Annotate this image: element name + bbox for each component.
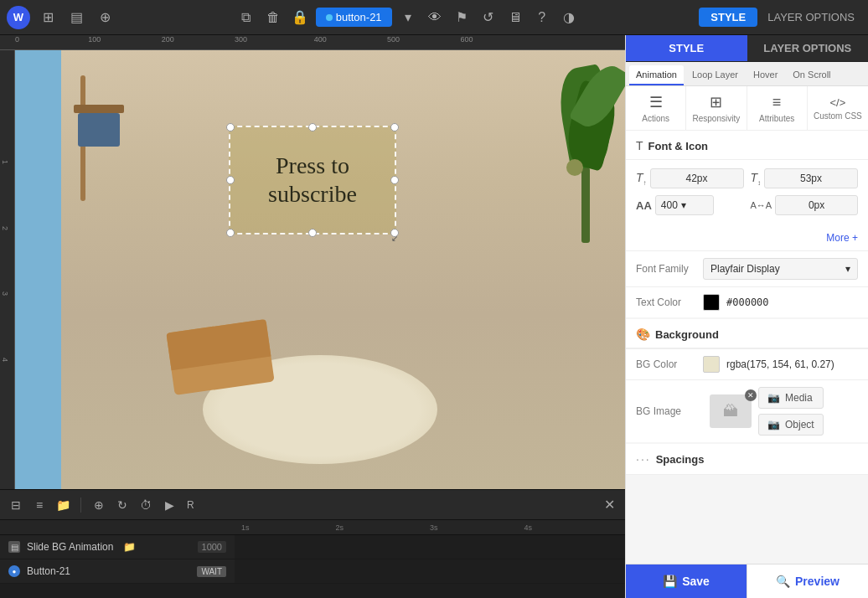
background-icon: 🎨 [636,327,650,341]
layer-options-tab-button[interactable]: LAYER OPTIONS [761,8,861,27]
panel-top-tabs: STYLE LAYER OPTIONS [626,35,868,62]
topbar-left: W ⊞ ▤ ⊕ [7,6,116,29]
media-button[interactable]: 📷 Media [758,387,824,409]
layer-options-tab[interactable]: LAYER OPTIONS [747,35,869,61]
canvas-blue-side [15,50,61,489]
font-icon-title: Font & Icon [648,140,709,152]
preview-icon: 🔍 [776,575,790,588]
timeline-layer-button21[interactable]: ● Button-21 WAIT [0,559,235,584]
canvas-wrapper: 1 2 3 4 [0,50,625,489]
on-scroll-tab[interactable]: On Scroll [786,65,837,85]
active-indicator [326,14,333,21]
responsivity-button[interactable]: ⊞ Responsivity [686,86,747,130]
layers-icon[interactable]: ▤ [65,7,87,28]
contrast-icon[interactable]: ◑ [558,7,580,28]
font-family-select[interactable]: Playfair Display ▾ [703,258,858,280]
actions-button[interactable]: ☰ Actions [626,86,686,130]
animation-tab[interactable]: Animation [629,65,684,85]
timeline-labels: ▤ Slide BG Animation 📁 1000 ● Button-21 … [0,535,235,584]
line-height-input[interactable] [764,168,858,188]
add-icon[interactable]: ⊕ [94,7,116,28]
resize-handle-mr[interactable] [390,176,399,184]
timeline-content[interactable] [235,535,625,584]
canvas[interactable]: ↙ Press to subscribe [15,50,625,489]
layer-value: 1000 [198,541,226,553]
bg-image-close-icon[interactable]: ✕ [745,389,757,401]
preview-label: Preview [795,575,840,588]
timeline-toolbar: ⊟ ≡ 📁 ⊕ ↻ ⏱ ▶ R ✕ [0,490,625,520]
custom-css-label: Custom CSS [814,111,862,121]
text-color-label: Text Color [636,296,703,308]
resize-handle-bm[interactable] [308,229,317,237]
text-color-value: #000000 [726,296,769,308]
object-icon: 📷 [767,419,780,430]
resize-handle-tr[interactable] [390,123,399,131]
timeline-tracks: ▤ Slide BG Animation 📁 1000 ● Button-21 … [0,535,625,584]
speed-label: R [183,499,198,511]
more-link[interactable]: More + [826,232,858,244]
wp-logo-icon[interactable]: W [7,6,30,29]
panel-icon-row: ☰ Actions ⊞ Responsivity ≡ Attributes </… [626,86,868,131]
spacings-title: Spacings [656,453,705,466]
play-icon[interactable]: ▶ [160,496,178,514]
style-tab[interactable]: STYLE [626,35,747,61]
button-element[interactable]: ↙ Press to subscribe [229,126,396,235]
resize-handle-tl[interactable] [226,123,235,131]
object-button[interactable]: 📷 Object [758,414,824,436]
topbar-center: ⧉ 🗑 🔒 button-21 ▾ 👁 ⚑ ↺ 🖥 ? ◑ [122,7,692,28]
layers-panel-icon[interactable]: ⊟ [7,496,25,514]
loop-icon[interactable]: ↻ [113,496,132,514]
text-color-row: Text Color #000000 [626,286,868,317]
grid-icon[interactable]: ⊞ [37,7,59,28]
delete-icon[interactable]: 🗑 [262,7,284,28]
desktop-icon[interactable]: 🖥 [504,7,526,28]
save-label: Save [682,575,710,588]
image-placeholder-icon: 🏔 [723,403,738,420]
text-color-swatch[interactable] [703,294,720,311]
flag-icon[interactable]: ⚑ [451,7,473,28]
button-text: Press to subscribe [230,145,395,214]
save-button[interactable]: 💾 Save [626,564,747,598]
bg-image-row: BG Image ✕ 🏔 📷 Media 📷 Object [626,379,868,442]
loop-layer-tab[interactable]: Loop Layer [685,65,745,85]
timeline-layer-slide-bg[interactable]: ▤ Slide BG Animation 📁 1000 [0,535,235,559]
preview-button[interactable]: 🔍 Preview [747,564,868,598]
font-weight-dropdown[interactable]: 400 ▾ [655,195,714,215]
topbar: W ⊞ ▤ ⊕ ⧉ 🗑 🔒 button-21 ▾ 👁 ⚑ ↺ 🖥 ? ◑ ST… [0,0,868,35]
visibility-icon[interactable]: 👁 [424,7,446,28]
track-row-1 [235,535,625,559]
folder-icon[interactable]: 📁 [54,496,72,514]
resize-handle-br[interactable]: ↙ [390,229,399,237]
media-label: Media [785,392,813,404]
undo-icon[interactable]: ↺ [478,7,499,28]
bg-color-swatch[interactable] [703,356,720,373]
help-icon[interactable]: ? [531,7,553,28]
bg-image-thumbnail: ✕ 🏔 [710,394,752,428]
close-timeline-icon[interactable]: ✕ [600,496,618,514]
letter-spacing-input[interactable] [775,195,858,215]
attributes-button[interactable]: ≡ Attributes [747,86,808,130]
font-size-input[interactable] [650,168,744,188]
copy-icon[interactable]: ⧉ [235,7,257,28]
font-weight-row: AA 400 ▾ A↔A [636,195,858,215]
hover-tab[interactable]: Hover [747,65,784,85]
list-icon[interactable]: ≡ [30,496,49,514]
chevron-down-icon[interactable]: ▾ [397,7,419,28]
lock-icon[interactable]: 🔒 [289,7,311,28]
responsivity-label: Responsivity [693,114,741,123]
style-tab-button[interactable]: STYLE [699,8,757,27]
font-icon-header: T Font & Icon [626,131,868,160]
font-size-field: T↑ [636,168,744,188]
custom-css-button[interactable]: </> Custom CSS [808,86,868,130]
font-family-row: Font Family Playfair Display ▾ [626,250,868,286]
background-section: 🎨 Background BG Color rgba(175, 154, 61,… [626,319,868,442]
clock-icon[interactable]: ⏱ [137,496,155,514]
resize-handle-ml[interactable] [226,176,235,184]
add-layer-icon[interactable]: ⊕ [90,496,108,514]
resize-handle-tm[interactable] [308,123,317,131]
ruler-mark-1s: 1s [241,523,336,532]
resize-handle-bl[interactable] [226,229,235,237]
layer-dot-icon: ● [8,565,20,577]
element-name-button[interactable]: button-21 [316,8,392,27]
bg-image-label: BG Image [636,405,703,417]
